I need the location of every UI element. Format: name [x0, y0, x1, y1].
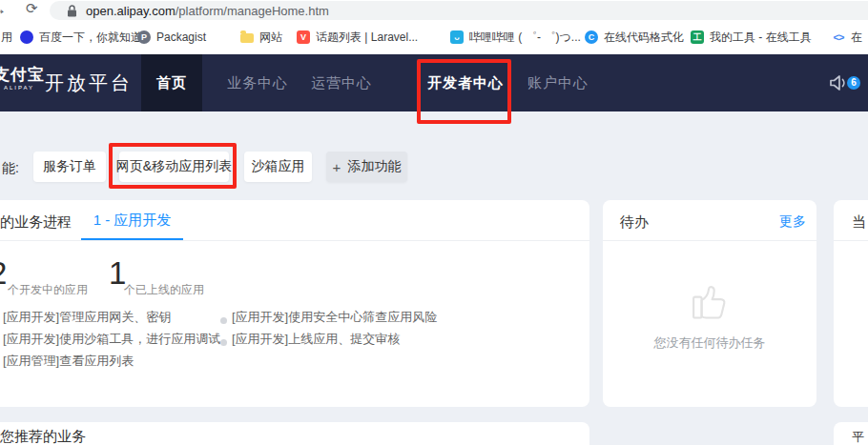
recommended-title: 您推荐的业务: [0, 428, 86, 445]
nav-item-business-center[interactable]: 业务中心: [219, 54, 296, 111]
url-domain: open.alipay.com: [86, 4, 176, 18]
right-partial-card: 当: [834, 200, 868, 407]
nav-item-home[interactable]: 首页: [141, 54, 202, 111]
checklist-item: [应用管理]查看应用列表: [3, 353, 134, 370]
business-progress-card: 的业务进程 1 - 应用开发 2 个开发中的应用 1 个已上线的应用 [应用开发…: [0, 200, 589, 407]
thumbs-up-icon: [684, 273, 735, 332]
bookmark-label: 我的工具 - 在线工具: [710, 30, 812, 46]
checklist-item: [应用开发]使用沙箱工具，进行应用调试: [3, 331, 220, 348]
checklist-item: [应用开发]使用安全中心筛查应用风险: [232, 309, 437, 326]
divider: [603, 240, 816, 241]
url-text: open.alipay.com/platform/manageHome.htm: [86, 4, 329, 18]
notification-badge[interactable]: 6: [847, 76, 860, 90]
bookmark-label: 话题列表 | Laravel...: [316, 30, 418, 46]
bullet-dot: [220, 339, 227, 346]
bookmark-code-format[interactable]: C 在线代码格式化: [585, 28, 684, 47]
bookmark-baidu[interactable]: 百度一下，你就知道: [20, 28, 142, 47]
bookmark-label: 百度一下，你就知道: [39, 30, 142, 46]
address-bar[interactable]: open.alipay.com/platform/manageHome.htm: [50, 1, 868, 20]
right-card-title: 当: [852, 213, 866, 232]
alipay-logo[interactable]: 支付宝 ALIPAY: [0, 67, 45, 91]
checklist-item: [应用开发]上线应用、提交审核: [232, 331, 400, 348]
url-path: /platform/manageHome.htm: [176, 4, 329, 18]
stat-developing-label: 个开发中的应用: [8, 282, 88, 298]
add-function-label: 添加功能: [347, 158, 401, 175]
add-function-button[interactable]: + 添加功能: [326, 152, 407, 182]
announcement-speaker-icon[interactable]: [829, 74, 849, 91]
divider: [834, 240, 868, 241]
tab-active-underline: [81, 238, 183, 240]
bookmark-packagist[interactable]: P Packagist: [137, 28, 206, 47]
tools-icon: 工: [691, 30, 704, 44]
bookmarks-bar: 用 百度一下，你就知道 P Packagist 网站 V 话题列表 | Lara…: [0, 21, 868, 54]
browser-toolbar: → ⟳ open.alipay.com/platform/manageHome.…: [0, 0, 868, 21]
todo-empty-text: 您没有任何待办任务: [603, 334, 816, 352]
stat-online-label: 个已上线的应用: [124, 282, 204, 298]
bookmark-label: 哔哩哔哩 ( ゜- ゜)つ...: [469, 30, 581, 46]
reload-icon[interactable]: ⟳: [26, 0, 38, 17]
bookmark-partial[interactable]: 用: [1, 28, 12, 47]
bottom-right-partial-text: 平: [852, 429, 864, 445]
bookmark-my-tools[interactable]: 工 我的工具 - 在线工具: [691, 28, 812, 47]
laravel-forum-icon: V: [297, 30, 310, 44]
annotation-box-web-mobile-app-list: [109, 143, 237, 189]
bullet-dot: [220, 317, 227, 324]
bookmark-label: Packagist: [156, 30, 206, 44]
folder-icon: [240, 33, 254, 43]
bookmark-laravel[interactable]: V 话题列表 | Laravel...: [297, 28, 418, 47]
todo-more-link[interactable]: 更多: [779, 213, 806, 231]
platform-title: 开放平台: [45, 71, 133, 96]
todo-card: 待办 更多 您没有任何待办任务: [603, 200, 816, 407]
bookmark-bilibili[interactable]: ᴗ 哔哩哔哩 ( ゜- ゜)つ...: [450, 28, 581, 47]
bookmark-label: 用: [1, 30, 12, 46]
divider: [0, 240, 589, 241]
service-orders-button[interactable]: 服务订单: [33, 152, 106, 182]
forward-icon[interactable]: →: [0, 0, 7, 19]
bottom-right-partial-card: 平: [834, 422, 868, 445]
bookmark-partial-right[interactable]: <> 在: [832, 28, 862, 47]
checklist-item: [应用开发]管理应用网关、密钥: [3, 309, 171, 326]
recommended-business-card: 您推荐的业务: [0, 422, 589, 445]
baidu-icon: [20, 30, 33, 44]
plus-icon: +: [333, 159, 341, 175]
code-format-icon: C: [585, 30, 598, 44]
stat-developing-count: 2: [0, 257, 7, 289]
annotation-box-developer-center: [417, 59, 511, 124]
progress-card-title: 的业务进程: [0, 213, 72, 232]
bookmark-label: 在: [851, 30, 862, 46]
bookmark-website[interactable]: 网站: [240, 28, 282, 47]
toolbar-prefix-label: 能:: [2, 160, 19, 177]
code-brackets-icon: <>: [832, 30, 845, 44]
lock-icon: [67, 5, 77, 17]
alipay-logo-cn: 支付宝: [0, 67, 45, 83]
bookmark-label: 在线代码格式化: [604, 30, 684, 46]
bilibili-icon: ᴗ: [450, 30, 464, 44]
bookmark-label: 网站: [259, 30, 282, 46]
sandbox-app-button[interactable]: 沙箱应用: [244, 152, 312, 182]
packagist-icon: P: [137, 30, 151, 44]
nav-item-operation-center[interactable]: 运营中心: [303, 54, 380, 111]
browser-window: → ⟳ open.alipay.com/platform/manageHome.…: [0, 0, 868, 445]
tab-app-development[interactable]: 1 - 应用开发: [81, 212, 183, 230]
alipay-logo-en: ALIPAY: [0, 85, 45, 91]
todo-card-title: 待办: [620, 213, 649, 232]
nav-item-account-center[interactable]: 账户中心: [520, 54, 596, 111]
